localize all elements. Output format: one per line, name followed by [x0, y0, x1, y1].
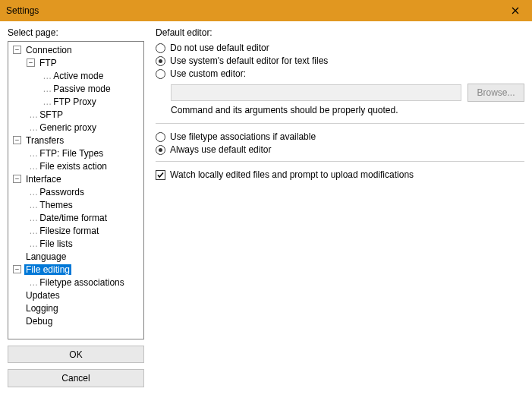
radio-label: Use filetype associations if available [170, 131, 316, 142]
radio-always-default-editor[interactable]: Always use default editor [156, 144, 524, 155]
tree-item-ftp[interactable]: FTP [38, 58, 58, 68]
checkbox-icon [156, 170, 165, 180]
tree-item-interface[interactable]: Interface [24, 174, 63, 185]
default-editor-heading: Default editor: [156, 27, 524, 38]
tree-item-debug[interactable]: Debug [24, 316, 54, 327]
tree-item-file-exists-action[interactable]: File exists action [38, 161, 109, 172]
radio-label: Use custom editor: [170, 68, 246, 79]
radio-icon [156, 56, 165, 66]
tree-item-ftp-file-types[interactable]: FTP: File Types [38, 148, 105, 159]
expand-icon[interactable]: − [13, 136, 21, 144]
radio-custom-editor[interactable]: Use custom editor: [156, 68, 524, 79]
radio-icon [156, 145, 165, 155]
tree-item-themes[interactable]: Themes [38, 200, 74, 210]
tree-item-passive-mode[interactable]: Passive mode [52, 84, 112, 94]
select-page-label: Select page: [8, 27, 144, 38]
titlebar: Settings [0, 0, 532, 21]
radio-use-filetype-assoc[interactable]: Use filetype associations if available [156, 131, 524, 142]
tree-item-transfers[interactable]: Transfers [24, 135, 65, 146]
tree-item-filetype-associations[interactable]: Filetype associations [38, 277, 125, 288]
radio-no-default-editor[interactable]: Do not use default editor [156, 43, 524, 53]
page-tree[interactable]: − Connection − FTP … Active mode … Passi… [8, 41, 144, 339]
checkbox-watch-edited-files[interactable]: Watch locally edited files and prompt to… [156, 169, 524, 180]
tree-item-passwords[interactable]: Passwords [38, 187, 86, 197]
cancel-button[interactable]: Cancel [8, 369, 144, 387]
radio-label: Do not use default editor [170, 43, 269, 53]
radio-icon [156, 69, 165, 79]
browse-button: Browse... [467, 84, 524, 102]
tree-item-datetime-format[interactable]: Date/time format [38, 213, 109, 223]
tree-item-file-editing[interactable]: File editing [24, 264, 71, 275]
tree-item-sftp[interactable]: SFTP [38, 109, 65, 120]
close-icon [512, 7, 519, 14]
tree-item-generic-proxy[interactable]: Generic proxy [38, 122, 98, 133]
radio-label: Use system's default editor for text fil… [170, 55, 328, 66]
custom-editor-input [171, 84, 461, 101]
expand-icon[interactable]: − [13, 175, 21, 183]
radio-system-default-editor[interactable]: Use system's default editor for text fil… [156, 55, 524, 66]
checkbox-label: Watch locally edited files and prompt to… [170, 169, 414, 180]
tree-item-active-mode[interactable]: Active mode [52, 71, 105, 81]
radio-icon [156, 43, 165, 53]
tree-item-connection[interactable]: Connection [24, 45, 74, 55]
tree-item-logging[interactable]: Logging [24, 303, 60, 314]
close-button[interactable] [498, 0, 532, 21]
window-title: Settings [6, 5, 39, 16]
custom-editor-hint: Command and its arguments should be prop… [171, 105, 524, 115]
radio-label: Always use default editor [170, 144, 271, 155]
tree-item-language[interactable]: Language [24, 251, 68, 262]
ok-button[interactable]: OK [8, 346, 144, 364]
tree-item-updates[interactable]: Updates [24, 290, 61, 301]
separator [156, 123, 524, 124]
tree-item-ftp-proxy[interactable]: FTP Proxy [52, 96, 97, 107]
tree-item-file-lists[interactable]: File lists [38, 238, 74, 249]
expand-icon[interactable]: − [27, 58, 35, 67]
expand-icon[interactable]: − [13, 46, 21, 54]
radio-icon [156, 132, 165, 142]
expand-icon[interactable]: − [13, 265, 21, 273]
separator [156, 161, 524, 162]
tree-item-filesize-format[interactable]: Filesize format [38, 226, 100, 236]
